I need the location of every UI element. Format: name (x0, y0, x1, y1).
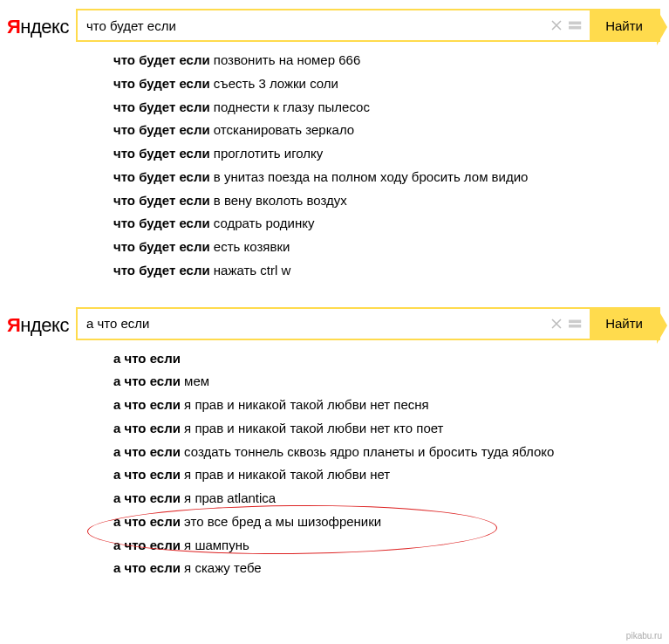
keyboard-icon[interactable] (569, 18, 583, 32)
suggestion-item[interactable]: а что если я прав и никакой такой любви … (113, 394, 669, 417)
search-button-label: Найти (605, 18, 643, 33)
svg-rect-2 (569, 319, 581, 323)
yandex-logo[interactable]: Яндекс (7, 12, 69, 38)
logo-red: Я (7, 314, 20, 336)
logo-black: ндекс (20, 314, 69, 336)
svg-rect-0 (569, 22, 581, 25)
suggestion-item[interactable]: а что если я прав и никакой такой любви … (113, 417, 669, 441)
search-button-label: Найти (605, 316, 643, 331)
search-bar: Найти (76, 9, 660, 42)
suggestion-item[interactable]: а что если мем (113, 370, 669, 394)
search-block-1: Яндекс Найти что будет если (0, 0, 669, 298)
suggestion-item[interactable]: а что если я прав atlantica (113, 487, 669, 510)
watermark: pikabu.ru (626, 631, 662, 641)
svg-rect-1 (569, 26, 581, 30)
arrow-tip (657, 9, 667, 45)
suggestion-item[interactable]: что будет если проглотить иголку (113, 142, 669, 166)
keyboard-icon[interactable] (569, 317, 583, 331)
suggestion-item[interactable]: что будет если есть козявки (113, 236, 669, 259)
search-bar: Найти (76, 307, 660, 340)
suggestion-item[interactable]: что будет если отсканировать зеркало (113, 119, 669, 142)
arrow-tip (657, 307, 667, 344)
suggestion-item[interactable]: что будет если съесть 3 ложки соли (113, 72, 669, 96)
clear-icon[interactable] (550, 18, 563, 32)
suggestion-item[interactable]: а что если (113, 347, 669, 371)
search-block-2: Яндекс Найти а что если (0, 298, 669, 597)
search-controls (543, 309, 590, 339)
suggestion-item[interactable]: что будет если в унитаз поезда на полном… (113, 166, 669, 189)
suggestion-item[interactable]: а что если это все бред а мы шизофреники (113, 510, 669, 534)
search-row: Яндекс Найти (7, 9, 669, 42)
search-controls (543, 10, 590, 40)
suggestion-item[interactable]: что будет если содрать родинку (113, 212, 669, 236)
suggestion-item[interactable]: что будет если нажать ctrl w (113, 259, 669, 283)
logo-red: Я (7, 16, 20, 38)
suggestion-item[interactable]: а что если создать тоннель сквозь ядро п… (113, 441, 669, 464)
search-input[interactable] (78, 309, 543, 339)
svg-rect-3 (569, 324, 581, 327)
logo-black: ндекс (20, 16, 69, 38)
suggestion-item[interactable]: что будет если поднести к глазу пылесос (113, 96, 669, 120)
clear-icon[interactable] (550, 317, 563, 331)
suggestions-list-2: а что если а что если мем а что если я п… (103, 340, 669, 597)
suggestions-list-1: что будет если позвонить на номер 666 чт… (103, 42, 669, 298)
suggestion-item[interactable]: что будет если в вену вколоть воздух (113, 189, 669, 213)
suggestion-item[interactable]: а что если я прав и никакой такой любви … (113, 463, 669, 487)
suggestion-item[interactable]: что будет если позвонить на номер 666 (113, 49, 669, 72)
suggestion-item[interactable]: а что если я шампунь (113, 534, 669, 558)
suggestion-item[interactable]: а что если я скажу тебе (113, 557, 669, 580)
search-row: Яндекс Найти (7, 307, 669, 340)
search-button[interactable]: Найти (590, 10, 659, 40)
search-button[interactable]: Найти (590, 309, 659, 339)
search-input[interactable] (78, 10, 543, 40)
yandex-logo[interactable]: Яндекс (7, 311, 69, 337)
